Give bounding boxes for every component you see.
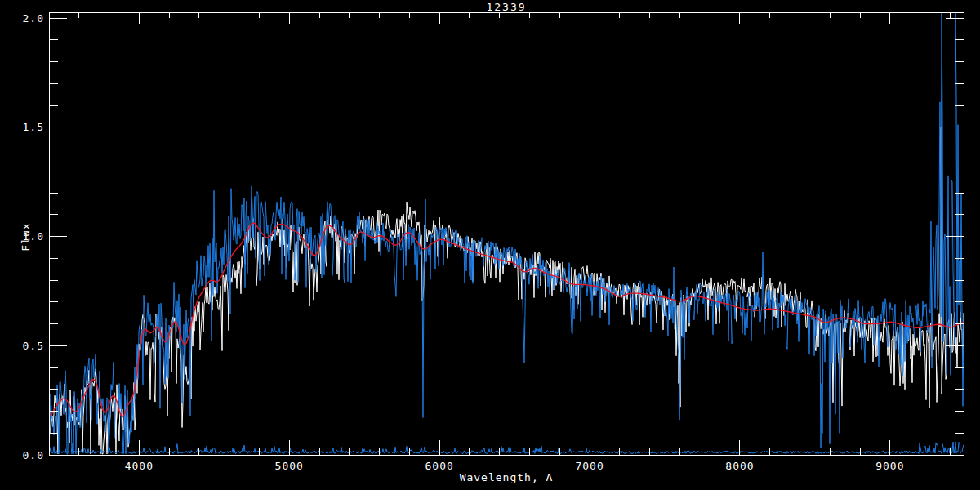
spectra-layer bbox=[49, 12, 964, 454]
y-tick-label: 1.5 bbox=[23, 121, 44, 133]
y-tick-label: 0.5 bbox=[23, 340, 44, 352]
plot-frame bbox=[49, 12, 964, 455]
axes-layer bbox=[49, 12, 964, 455]
x-tick-label: 5000 bbox=[275, 460, 304, 472]
x-tick-label: 6000 bbox=[425, 460, 454, 472]
error-spectrum bbox=[49, 442, 964, 453]
x-axis-label: Wavelength, A bbox=[49, 471, 964, 483]
observed-spectrum-blue bbox=[49, 12, 964, 454]
x-tick-label: 8000 bbox=[725, 460, 754, 472]
x-tick-label: 4000 bbox=[125, 460, 154, 472]
y-axis-label: Flux bbox=[20, 222, 32, 251]
spectrum-plot: 4000500060007000800090000.00.51.01.52.0 bbox=[0, 0, 980, 490]
spectrum-viewer-window: 4000500060007000800090000.00.51.01.52.0 … bbox=[0, 0, 980, 490]
plot-title: 12339 bbox=[49, 1, 964, 13]
y-tick-label: 0.0 bbox=[23, 449, 44, 461]
x-tick-label: 7000 bbox=[575, 460, 604, 472]
y-tick-label: 2.0 bbox=[23, 12, 44, 24]
x-tick-label: 9000 bbox=[875, 460, 904, 472]
comparison-spectrum-white bbox=[49, 127, 964, 454]
